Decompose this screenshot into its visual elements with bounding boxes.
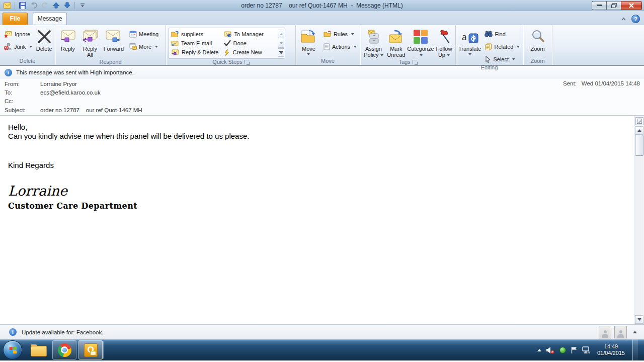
collapse-ribbon-icon[interactable] [619,16,627,23]
ribbon: Ignore Junk Delete Delete Re [0,25,644,66]
action-center-flag-icon[interactable] [571,346,578,354]
taskbar-outlook-button[interactable]: O [78,340,103,359]
tab-message[interactable]: Message [33,13,67,25]
group-label-quick-steps: Quick Steps [166,59,295,65]
zoom-button[interactable]: Zoom [526,27,550,53]
dialog-launcher-icon[interactable] [413,60,417,64]
related-button[interactable]: Related [483,41,521,52]
move-button[interactable]: Move [297,27,320,56]
message-body-area: Hello, Can you kindly advise me when thi… [0,115,644,324]
taskbar-clock[interactable]: 14:49 01/04/2015 [597,343,625,356]
update-notice[interactable]: Update available for: Facebook. [22,329,103,335]
body-question: Can you kindly advise me when this panel… [8,132,629,141]
undo-icon[interactable] [29,2,38,10]
junk-button[interactable]: Junk [3,41,34,52]
scrollbar-track[interactable] [635,135,643,315]
group-label-zoom: Zoom [523,57,552,65]
group-zoom: Zoom Zoom [523,25,552,65]
assign-policy-icon [365,28,381,46]
quickstep-done[interactable]: Done [224,39,277,48]
chevron-down-icon [512,58,515,60]
close-button[interactable] [621,1,642,10]
translate-button[interactable]: a Translate [457,27,482,56]
vertical-scrollbar[interactable] [634,116,644,324]
categorize-button[interactable]: Categorize [407,27,434,59]
tray-app-status-icon[interactable] [559,347,566,353]
contact-avatar[interactable] [614,326,627,338]
from-value[interactable]: Lorraine Pryor [40,81,77,87]
translate-icon: a [461,28,479,46]
update-info-icon: i [9,328,17,336]
to-label: To: [0,89,40,96]
scroll-down-icon[interactable] [635,315,643,324]
quickstep-team-email[interactable]: Team E-mail [171,39,224,48]
quickstep-reply-delete[interactable]: Reply & Delete [171,48,224,57]
chevron-down-icon [155,46,158,48]
restore-button[interactable] [606,1,621,10]
gallery-down-icon[interactable] [278,39,284,47]
sent-label: Sent: [563,80,577,86]
assign-policy-button[interactable]: Assign Policy [362,27,385,59]
divider [15,2,15,9]
quick-access-toolbar [0,2,87,10]
quickstep-suppliers[interactable]: suppliers [171,30,224,39]
delete-button[interactable]: Delete [35,27,53,53]
quick-steps-gallery: suppliers Team E-mail Reply & Delete [169,28,285,59]
volume-muted-icon[interactable] [546,346,555,354]
subject-row: Subject: order no 12787 our ref Quot-146… [0,105,644,115]
meeting-button[interactable]: Meeting [128,29,160,39]
gallery-up-icon[interactable] [278,30,284,38]
save-icon[interactable] [18,2,27,10]
mail-icon[interactable] [3,2,12,10]
to-value[interactable]: ecs@efield.karoo.co.uk [40,89,101,96]
help-icon[interactable]: ? [631,15,640,23]
outlook-message-window: order no 12787 our ref Quot-1467 MH - Me… [0,0,644,362]
minimize-button[interactable] [592,1,606,10]
message-body[interactable]: Hello, Can you kindly advise me when thi… [0,116,634,324]
group-tags: Assign Policy Mark Unread Categorize Fol… [360,25,456,65]
cursor-arrow-icon [485,56,491,63]
windows-taskbar: O 14:49 01/04/2015 [0,339,644,360]
taskbar-chrome-button[interactable] [52,340,76,359]
message-info-bar: i This message was sent with High import… [0,66,644,79]
message-header: From: Lorraine Pryor To: ecs@efield.karo… [0,79,644,115]
chevron-down-icon [29,46,32,48]
show-desktop-button[interactable] [632,339,638,360]
customize-toolbar-icon[interactable] [78,2,87,10]
folder-move-icon [171,31,179,38]
ruler-toggle-icon[interactable] [635,117,643,125]
chevron-down-icon [420,54,423,56]
forward-button[interactable]: Forward [101,27,126,53]
cc-row: Cc: [0,97,644,105]
mark-unread-button[interactable]: Mark Unread [385,27,407,59]
network-icon[interactable] [582,346,591,354]
expand-people-pane-icon[interactable] [633,331,637,333]
hidden-icons-icon[interactable] [537,349,541,351]
actions-button[interactable]: Actions [322,41,358,52]
quickstep-create-new[interactable]: Create New [224,48,277,57]
body-greeting: Hello, [8,123,629,132]
quickstep-to-manager[interactable]: To Manager [224,30,277,39]
divider [74,2,75,9]
start-button[interactable] [3,340,22,359]
dialog-launcher-icon[interactable] [245,60,249,64]
scrollbar-thumb[interactable] [635,135,643,156]
taskbar-explorer-button[interactable] [26,340,50,359]
more-respond-button[interactable]: More [128,41,160,52]
gallery-more-icon[interactable] [278,48,284,57]
reply-all-button[interactable]: Reply All [79,27,101,59]
scroll-up-icon[interactable] [635,126,643,135]
tab-file[interactable]: File [3,13,28,25]
rules-button[interactable]: Rules [322,29,358,39]
body-regards: Kind Regards [8,161,629,170]
contact-avatar[interactable] [599,326,611,338]
ignore-button[interactable]: Ignore [3,29,34,39]
delete-x-icon [37,28,52,46]
find-button[interactable]: Find [483,29,521,39]
next-item-icon[interactable] [62,2,71,10]
follow-up-button[interactable]: Follow Up [434,27,454,59]
reply-button[interactable]: Reply [57,27,79,53]
select-button[interactable]: Select [483,54,521,64]
redo-icon[interactable] [40,2,49,10]
previous-item-icon[interactable] [51,2,60,10]
